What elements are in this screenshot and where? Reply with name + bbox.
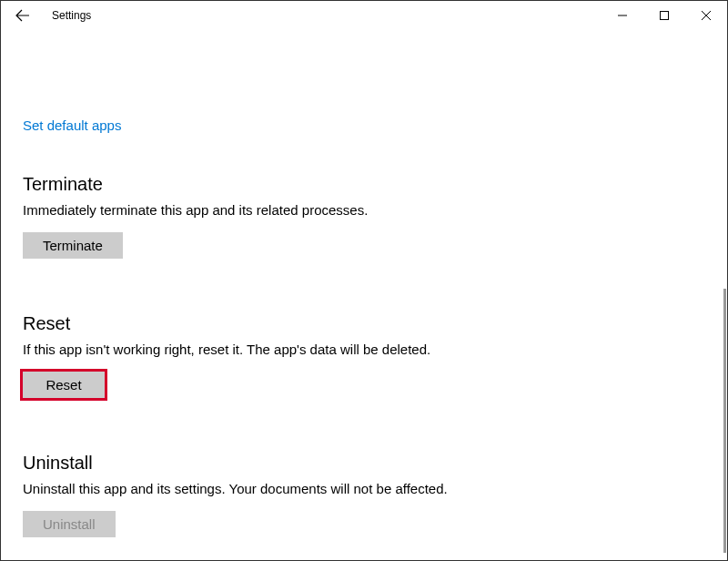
svg-rect-1 (661, 12, 669, 20)
terminate-section: Terminate Immediately terminate this app… (23, 174, 705, 259)
maximize-button[interactable] (643, 1, 685, 30)
uninstall-section: Uninstall Uninstall this app and its set… (23, 453, 705, 537)
uninstall-description: Uninstall this app and its settings. You… (23, 481, 705, 496)
close-icon (702, 11, 711, 20)
reset-title: Reset (23, 313, 705, 334)
uninstall-button: Uninstall (23, 511, 116, 537)
titlebar: Settings (1, 1, 727, 30)
terminate-button[interactable]: Terminate (23, 232, 123, 259)
maximize-icon (660, 11, 669, 20)
reset-section: Reset If this app isn't working right, r… (23, 313, 705, 398)
set-default-apps-link[interactable]: Set default apps (23, 117, 121, 133)
back-button[interactable] (8, 1, 37, 30)
uninstall-title: Uninstall (23, 453, 705, 474)
window-controls (602, 1, 727, 30)
minimize-icon (618, 11, 627, 20)
reset-button[interactable]: Reset (23, 372, 105, 398)
arrow-left-icon (15, 8, 30, 23)
window-title: Settings (52, 9, 91, 22)
vertical-scrollbar[interactable] (723, 289, 726, 553)
terminate-title: Terminate (23, 174, 705, 195)
close-button[interactable] (685, 1, 727, 30)
reset-description: If this app isn't working right, reset i… (23, 342, 705, 357)
settings-content: Set default apps Terminate Immediately t… (1, 30, 727, 559)
terminate-description: Immediately terminate this app and its r… (23, 202, 705, 218)
minimize-button[interactable] (602, 1, 643, 30)
